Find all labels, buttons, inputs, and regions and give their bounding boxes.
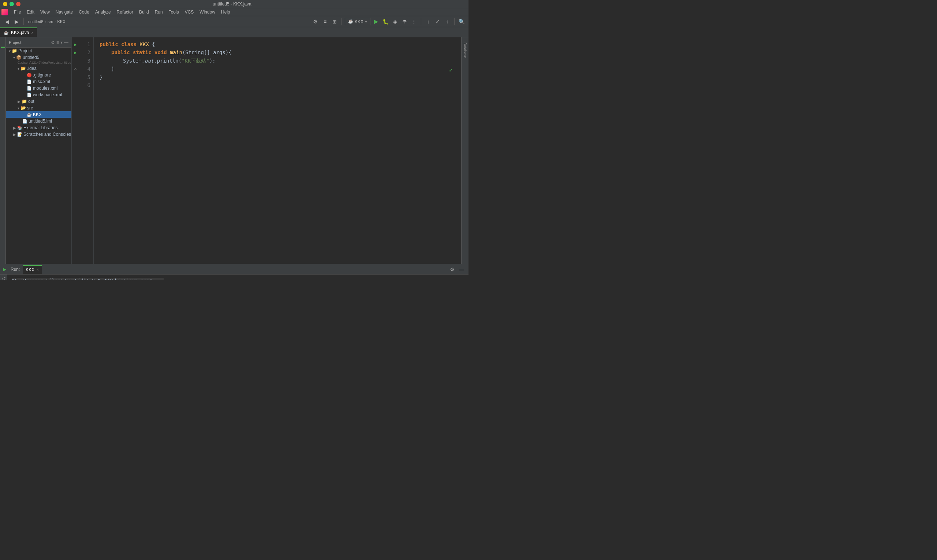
line-num-6: 6 [79,81,91,89]
panel-layout-icon[interactable]: ≡ [56,40,59,45]
tab-close-icon[interactable]: × [31,31,33,35]
maximize-button[interactable] [9,2,14,6]
tree-label-misc: misc.xml [33,79,50,84]
menu-code[interactable]: Code [76,9,92,15]
coverage-button[interactable]: ☂ [400,18,408,26]
collapse-button[interactable]: ⊞ [331,18,338,26]
menu-edit[interactable]: Edit [24,9,37,15]
vcs-commit-button[interactable]: ✓ [434,18,442,26]
tree-item-extlib[interactable]: ▶ 📚 External Libraries [6,125,71,131]
breadcrumb-project[interactable]: untitled5 [28,19,43,24]
gutter-line-4: ◇ [72,65,79,73]
line-num-3: 3 [79,57,91,65]
arrow-icon: ▾ [9,49,11,53]
close-button[interactable] [16,2,20,6]
run-config-label: KKX [355,19,363,24]
debug-button[interactable]: 🐛 [382,18,389,26]
tab-kkx[interactable]: ☕ KKX.java × [0,28,37,37]
tree-item-out[interactable]: ▶ 📁 out [6,98,71,105]
tree-item-iml[interactable]: 📄 untitled5.iml [6,118,71,125]
panel-close-icon[interactable]: — [64,40,68,45]
run-configuration[interactable]: ☕ KKX ▾ [345,18,371,25]
tree-item-src[interactable]: ▾ 📂 src [6,105,71,111]
console-tab-close[interactable]: × [37,268,39,272]
scratches-icon: 📝 [17,132,22,137]
run-indicator: ▶ [3,267,6,272]
project-panel: Project ⚙ ≡ ▾ — ▾ 📁 Project ▾ 📦 untitled… [6,37,72,264]
gutter-line-2[interactable]: ▶ [72,48,79,56]
tree-item-untitled5[interactable]: ▾ 📦 untitled5 [6,54,71,61]
java-file-icon: ☕ [27,112,32,117]
arrow-icon: ▾ [18,67,19,71]
code-content[interactable]: public class KKX { public static void ma… [94,37,461,264]
layout-button[interactable]: ≡ [321,18,329,26]
arrow-icon: ▾ [13,55,15,60]
panel-header-icons: ⚙ ≡ ▾ — [51,40,68,45]
rerun-icon[interactable]: ↺ [2,276,6,280]
gutter-line-1[interactable]: ▶ [72,40,79,48]
menubar: File Edit View Navigate Code Analyze Ref… [0,8,469,16]
minimize-button[interactable] [3,2,7,6]
main-layout: ▐ Project ⚙ ≡ ▾ — ▾ 📁 Project ▾ 📦 untitl… [0,37,469,264]
tab-kkx-console[interactable]: KKX × [23,265,42,274]
folder-icon2: 📁 [22,99,27,104]
vcs-push-button[interactable]: ↑ [443,18,451,26]
panel-collapse-icon[interactable]: ▾ [60,40,63,45]
menu-tools[interactable]: Tools [166,9,182,15]
bottom-close-button[interactable]: — [457,265,466,274]
code-line-4: } [100,65,458,73]
panel-settings-icon[interactable]: ⚙ [51,40,55,45]
vcs-update-button[interactable]: ↓ [424,18,432,26]
bottom-panel-actions: ⚙ — [448,265,466,274]
back-button[interactable]: ◀ [3,18,11,26]
run-label: Run: [11,267,20,272]
menu-help[interactable]: Help [218,9,233,15]
run-button[interactable]: ▶ [372,18,380,26]
profile-button[interactable]: ◈ [391,18,399,26]
menu-navigate[interactable]: Navigate [53,9,76,15]
menu-file[interactable]: File [11,9,24,15]
project-sidebar-icon[interactable]: ▐ [0,39,6,57]
tree-item-scratches[interactable]: ▶ 📝 Scratches and Consoles [6,131,71,138]
tree-label-idea: .idea [27,66,37,71]
tree-item-modules[interactable]: 📄 modules.xml [6,85,71,91]
code-line-1: public class KKX { [100,40,458,48]
database-panel-label[interactable]: Database [462,40,468,60]
tree-item-kkx[interactable]: ☕ KKX [6,111,71,118]
line-num-5: 5 [79,73,91,81]
tree-item-misc[interactable]: 📄 misc.xml [6,78,71,85]
console-area[interactable]: "C:\Program Files\Java\jdk1.8.0_321\bin\… [7,274,469,280]
menu-window[interactable]: Window [197,9,218,15]
forward-button[interactable]: ▶ [12,18,20,26]
menu-build[interactable]: Build [136,9,152,15]
project-folder-icon: 📁 [12,48,17,54]
menu-view[interactable]: View [37,9,53,15]
folder-icon3: 📂 [20,105,26,111]
code-text-1: public class KKX { [100,40,155,48]
menu-analyze[interactable]: Analyze [92,9,114,15]
run-gutter-icon-2[interactable]: ▶ [74,50,77,55]
xml-file-icon2: 📄 [27,86,32,91]
menu-refactor[interactable]: Refactor [114,9,136,15]
window-controls[interactable] [3,2,20,6]
search-everywhere-button[interactable]: 🔍 [457,18,466,26]
settings-button[interactable]: ⚙ [311,18,320,26]
run-gutter-icon-1[interactable]: ▶ [74,42,77,47]
bottom-settings-button[interactable]: ⚙ [448,265,456,274]
tree-item-idea[interactable]: ▾ 📂 .idea [6,65,71,72]
tree-item-gitignore[interactable]: 🔴 .gitignore [6,72,71,78]
breadcrumb-sep2: › [55,19,56,24]
editor-area[interactable]: ✓ ▶ ▶ ◇ 1 2 3 4 5 6 [72,37,461,264]
git-file-icon: 🔴 [27,73,32,78]
tree-label-workspace: workspace.xml [33,92,62,97]
tree-item-project-root[interactable]: ▾ 📁 Project [6,48,71,54]
folder-icon: 📂 [20,66,26,71]
more-run-button[interactable]: ⋮ [410,18,418,26]
tree-label-kkx: KKX [33,112,42,117]
menu-vcs[interactable]: VCS [182,9,197,15]
breadcrumb-src[interactable]: src [48,19,53,24]
menu-run[interactable]: Run [152,9,166,15]
tree-item-workspace[interactable]: 📄 workspace.xml [6,91,71,98]
breadcrumb-kkx[interactable]: KKX [57,19,66,24]
bottom-left-icons: ↺ ⬛ ⊞ ⬇ ↩ 🖨 📌 [0,274,7,280]
